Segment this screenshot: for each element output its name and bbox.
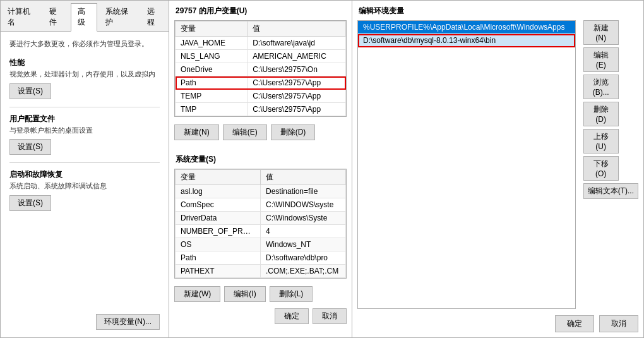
sys-col-var-header: 变量 (176, 170, 261, 185)
user-profile-section: 用户配置文件 与登录帐户相关的桌面设置 设置(S) (9, 114, 160, 155)
path-list-item[interactable]: D:\software\db\mysql-8.0.13-winx64\bin (358, 34, 575, 47)
sys-var-row[interactable]: asl.logDestination=file (176, 185, 346, 198)
performance-desc: 视觉效果，处理器计划，内存使用，以及虚拟内 (9, 69, 160, 79)
tab-advanced[interactable]: 高级 (71, 3, 98, 32)
sys-var-value: C:\Windows\Syste (261, 212, 346, 225)
user-var-row[interactable]: NLS_LANGAMERICAN_AMERIC (176, 50, 346, 63)
right-delete-btn[interactable]: 删除(D) (583, 102, 619, 126)
startup-title: 启动和故障恢复 (9, 169, 160, 180)
user-var-row[interactable]: PathC:\Users\29757\App (176, 76, 346, 90)
startup-section: 启动和故障恢复 系统启动、系统故障和调试信息 设置(S) (9, 169, 160, 210)
tab-computer-name[interactable]: 计算机名 (1, 3, 41, 31)
middle-cancel-btn[interactable]: 取消 (313, 308, 347, 324)
performance-title: 性能 (9, 57, 160, 68)
col-value-header: 值 (247, 21, 346, 37)
right-action-buttons: 新建(N) 编辑(E) 浏览(B)... 删除(D) 上移(U) 下移(O) 编… (581, 20, 643, 309)
sys-var-row[interactable]: ComSpecC:\WINDOWS\syste (176, 198, 346, 212)
env-vars-btn[interactable]: 环境变量(N)... (96, 314, 160, 330)
user-vars-btn-row: 新建(N) 编辑(E) 删除(D) (169, 122, 352, 143)
user-var-row[interactable]: JAVA_HOMED:\software\java\jd (176, 37, 346, 50)
sys-delete-btn[interactable]: 删除(L) (270, 286, 313, 302)
sys-var-name: asl.log (176, 185, 261, 198)
right-edit-text-btn[interactable]: 编辑文本(T)... (583, 183, 638, 199)
user-vars-table-wrapper: 变量 值 JAVA_HOMED:\software\java\jdNLS_LAN… (174, 20, 347, 117)
user-var-value: C:\Users\29757\App (247, 90, 346, 103)
middle-ok-btn[interactable]: 确定 (275, 308, 309, 324)
user-var-name: JAVA_HOME (176, 37, 247, 50)
tab-remote[interactable]: 远程 (140, 3, 167, 31)
user-var-name: Path (176, 76, 247, 90)
sys-var-row[interactable]: NUMBER_OF_PROCESSORS4 (176, 225, 346, 238)
user-var-row[interactable]: TEMPC:\Users\29757\App (176, 90, 346, 103)
sys-var-value: Destination=file (261, 185, 346, 198)
user-var-name: OneDrive (176, 63, 247, 76)
user-var-value: C:\Users\29757\App (247, 103, 346, 116)
performance-section: 性能 视觉效果，处理器计划，内存使用，以及虚拟内 设置(S) (9, 57, 160, 99)
user-edit-btn[interactable]: 编辑(E) (223, 124, 267, 140)
sys-vars-table-wrapper: 变量 值 asl.logDestination=fileComSpecC:\WI… (174, 169, 347, 279)
sys-var-row[interactable]: PathD:\software\db\pro (176, 251, 346, 265)
user-profile-settings-btn[interactable]: 设置(S) (9, 139, 51, 155)
sys-var-row[interactable]: DriverDataC:\Windows\Syste (176, 212, 346, 225)
col-var-header: 变量 (176, 21, 247, 37)
user-var-name: NLS_LANG (176, 50, 247, 63)
user-vars-table: 变量 值 JAVA_HOMED:\software\java\jdNLS_LAN… (175, 21, 346, 116)
sys-var-name: ComSpec (176, 198, 261, 212)
sys-vars-table: 变量 值 asl.logDestination=fileComSpecC:\WI… (175, 169, 346, 278)
user-var-row[interactable]: OneDriveC:\Users\29757\On (176, 63, 346, 76)
left-content: 要进行大多数更改，你必须作为管理员登录。 性能 视觉效果，处理器计划，内存使用，… (1, 32, 169, 305)
sys-var-value: C:\WINDOWS\syste (261, 198, 346, 212)
sys-var-row[interactable]: OSWindows_NT (176, 238, 346, 251)
right-down-btn[interactable]: 下移(O) (583, 156, 619, 181)
right-up-btn[interactable]: 上移(U) (583, 129, 619, 154)
edit-env-var-panel: 编辑环境变量 %USERPROFILE%\AppData\Local\Micro… (352, 0, 644, 338)
sys-var-name: NUMBER_OF_PROCESSORS (176, 225, 261, 238)
sys-col-value-header: 值 (261, 170, 346, 185)
path-list-item[interactable]: %USERPROFILE%\AppData\Local\Microsoft\Wi… (358, 21, 575, 34)
user-var-row[interactable]: TMPC:\Users\29757\App (176, 103, 346, 116)
sys-vars-title: 系统变量(S) (169, 149, 352, 169)
tab-system-protection[interactable]: 系统保护 (98, 3, 139, 31)
user-var-value: D:\software\java\jd (247, 37, 346, 50)
startup-settings-btn[interactable]: 设置(S) (9, 195, 51, 211)
sys-var-value: 4 (261, 225, 346, 238)
user-vars-title: 29757 的用户变量(U) (169, 1, 352, 20)
user-profile-desc: 与登录帐户相关的桌面设置 (9, 126, 160, 135)
divider-1 (9, 107, 160, 107)
admin-note: 要进行大多数更改，你必须作为管理员登录。 (9, 39, 160, 49)
sys-new-btn[interactable]: 新建(W) (174, 286, 220, 302)
right-new-btn[interactable]: 新建(N) (583, 20, 619, 45)
system-properties-panel: 计算机名 硬件 高级 系统保护 远程 要进行大多数更改，你必须作为管理员登录。 … (0, 0, 169, 338)
user-new-btn[interactable]: 新建(N) (174, 124, 219, 140)
user-profile-title: 用户配置文件 (9, 114, 160, 124)
right-list-wrapper: %USERPROFILE%\AppData\Local\Microsoft\Wi… (357, 20, 576, 309)
startup-desc: 系统启动、系统故障和调试信息 (9, 181, 160, 191)
right-confirm-btn[interactable]: 确定 (555, 315, 594, 332)
performance-settings-btn[interactable]: 设置(S) (9, 83, 51, 99)
sys-vars-btn-row: 新建(W) 编辑(I) 删除(L) (169, 284, 352, 305)
user-vars-section: 变量 值 JAVA_HOMED:\software\java\jdNLS_LAN… (169, 20, 352, 117)
user-var-name: TMP (176, 103, 247, 116)
sys-var-value: Windows_NT (261, 238, 346, 251)
sys-var-value: .COM;.EXE;.BAT;.CM (261, 265, 346, 278)
right-panel-title: 编辑环境变量 (352, 1, 643, 20)
sys-var-name: OS (176, 238, 261, 251)
user-var-value: AMERICAN_AMERIC (247, 50, 346, 63)
sys-var-name: DriverData (176, 212, 261, 225)
sys-edit-btn[interactable]: 编辑(I) (224, 286, 265, 302)
sys-var-name: PATHEXT (176, 265, 261, 278)
sys-var-value: D:\software\db\pro (261, 251, 346, 265)
user-delete-btn[interactable]: 删除(D) (271, 124, 316, 140)
right-cancel-btn[interactable]: 取消 (599, 315, 638, 332)
user-var-name: TEMP (176, 90, 247, 103)
env-vars-panel: 29757 的用户变量(U) 变量 值 JAVA_HOMED:\software… (169, 0, 352, 338)
sys-var-name: Path (176, 251, 261, 265)
sys-var-row[interactable]: PATHEXT.COM;.EXE;.BAT;.CM (176, 265, 346, 278)
user-var-value: C:\Users\29757\On (247, 63, 346, 76)
tab-hardware[interactable]: 硬件 (42, 3, 69, 31)
right-browse-btn[interactable]: 浏览(B)... (583, 75, 619, 99)
env-path-list: %USERPROFILE%\AppData\Local\Microsoft\Wi… (358, 21, 575, 47)
sys-vars-section: 变量 值 asl.logDestination=fileComSpecC:\WI… (169, 169, 352, 279)
divider-2 (9, 162, 160, 163)
right-edit-btn[interactable]: 编辑(E) (583, 47, 619, 72)
